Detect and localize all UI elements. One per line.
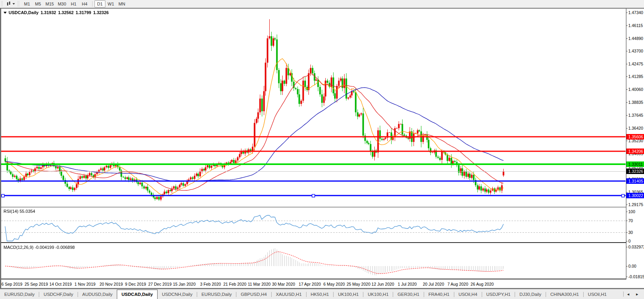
trading-platform: M1M5M15M30H1H4D1W1MN USDCAD,Daily 1.3193…	[0, 0, 644, 299]
date-label: 15 Jan 2020	[173, 282, 196, 286]
timeframe-button-d1[interactable]: D1	[94, 0, 105, 7]
date-label: 6 Sep 2019	[1, 282, 22, 286]
price-badge: 1.35606	[626, 134, 644, 140]
date-label: 1 Jul 2020	[398, 282, 417, 286]
chart-tab-hk50-h1[interactable]: HK50,H1	[307, 290, 334, 299]
price-tick-label: 1.40060	[626, 87, 644, 92]
date-label: 9 Dec 2019	[125, 282, 146, 286]
price-tick-label: 1.47340	[626, 10, 644, 15]
price-axis[interactable]: 1.473401.461151.448901.437001.424751.412…	[626, 9, 644, 279]
chart-tab-usoil-h1[interactable]: USOil,H1	[584, 290, 611, 299]
price-tick-label: 1.41285	[626, 74, 644, 79]
macd-canvas[interactable]	[1, 244, 626, 279]
price-badge: 1.33011	[626, 161, 644, 167]
date-label: 11 Mar 2020	[248, 282, 270, 286]
date-label: 26 Aug 2020	[471, 282, 494, 286]
toolbar-grip[interactable]	[1, 1, 4, 7]
scroll-left-icon[interactable]: ◄	[624, 290, 633, 299]
rsi-canvas[interactable]	[1, 208, 626, 243]
toolbar-grip-2[interactable]	[17, 1, 20, 7]
chart-tab-ger30-h1[interactable]: GER30,H1	[393, 290, 424, 299]
timeframe-button-h1[interactable]: H1	[68, 0, 79, 7]
timeframe-button-mn[interactable]: MN	[116, 0, 127, 7]
chart-tab-fra40-h1[interactable]: FRA40,H1	[424, 290, 454, 299]
quote-close: 1.32326	[93, 10, 109, 15]
price-tick-label: 1.29175	[626, 202, 644, 207]
chart-tab-dj30-daily[interactable]: DJ30,Daily	[515, 290, 546, 299]
chart-tab-usdchf-daily[interactable]: USDCHF,Daily	[39, 290, 77, 299]
timeframe-button-w1[interactable]: W1	[105, 0, 116, 7]
date-label: 12 Jun 2020	[372, 282, 394, 286]
price-panel	[1, 9, 626, 207]
date-label: 3 Feb 2020	[200, 282, 221, 286]
time-axis[interactable]: 6 Sep 201925 Sep 201914 Oct 20191 Nov 20…	[1, 280, 626, 288]
date-label: 14 Oct 2019	[49, 282, 72, 286]
main-chart-canvas[interactable]	[1, 9, 626, 207]
timeframe-button-m1[interactable]: M1	[22, 0, 33, 7]
chart-tab-xauusd-h1[interactable]: XAUUSD,H1	[272, 290, 306, 299]
rsi-label: RSI(14) 55.0354	[4, 209, 35, 214]
rsi-tick-label: 70	[626, 218, 644, 223]
scroll-right-icon[interactable]: ►	[633, 290, 642, 299]
chart-tab-usoil-h4[interactable]: USOil,H4	[454, 290, 482, 299]
rsi-panel: RSI(14) 55.0354	[1, 208, 626, 243]
price-badge: 1.31405	[626, 178, 644, 184]
chart-tab-usdcnh-daily[interactable]: USDCNH,Daily	[158, 290, 197, 299]
candlestick-chart-icon	[7, 2, 11, 6]
macd-panel: MACD(12,26,9) -0.004199 -0.006898	[1, 244, 626, 279]
chart-tab-uk100-h1[interactable]: UK100,H1	[334, 290, 363, 299]
date-label: 6 May 2020	[323, 282, 345, 286]
date-label: 30 Mar 2020	[272, 282, 295, 286]
price-badge: 1.32326	[626, 169, 644, 174]
timeframe-toolbar: M1M5M15M30H1H4D1W1MN	[0, 0, 644, 8]
price-tick-label: 1.46115	[626, 23, 644, 28]
date-label: 27 Dec 2019	[148, 282, 172, 286]
quote-high: 1.32562	[58, 10, 74, 15]
date-label: 17 Apr 2020	[299, 282, 321, 286]
chart-tab-usdjpy-h1[interactable]: USDJPY,H1	[482, 290, 515, 299]
chart-title: USDCAD,Daily 1.31932 1.32562 1.31799 1.3…	[4, 10, 109, 15]
date-label: 21 Feb 2020	[223, 282, 247, 286]
rsi-tick-label: 30	[626, 230, 644, 235]
chart-tab-uk100-h1[interactable]: UK100,H1	[363, 290, 393, 299]
toolbar-separator	[92, 1, 93, 7]
price-tick-label: 1.36420	[626, 126, 644, 131]
price-tick-label: 1.43700	[626, 49, 644, 54]
macd-label: MACD(12,26,9) -0.004199 -0.006898	[4, 245, 75, 250]
chart-type-button[interactable]	[5, 1, 16, 7]
date-label: 20 Jul 2020	[423, 282, 444, 286]
chart-tab-audusd-daily[interactable]: AUDUSD,Daily	[78, 290, 117, 299]
date-label: 20 Nov 2019	[100, 282, 123, 286]
quote-open: 1.31932	[40, 10, 56, 15]
date-label: 25 May 2020	[346, 282, 370, 286]
date-label: 25 Sep 2019	[25, 282, 48, 286]
rsi-tick-label: 100	[626, 209, 644, 214]
title-dropdown-icon[interactable]	[4, 12, 7, 14]
date-label: 1 Nov 2019	[74, 282, 96, 286]
chart-tab-gbpusd-h4[interactable]: GBPUSD,H4	[236, 290, 271, 299]
timeframe-button-m15[interactable]: M15	[44, 0, 56, 7]
price-tick-label: 1.42475	[626, 62, 644, 67]
chart-tab-usdcad-daily[interactable]: USDCAD,Daily	[117, 290, 158, 299]
symbol-period-label: USDCAD,Daily	[9, 10, 38, 15]
macd-tick-label: 0.032972	[626, 245, 644, 250]
price-tick-label: 1.38835	[626, 100, 644, 105]
chart-tab-eurusd-daily[interactable]: EURUSD,Daily	[197, 290, 236, 299]
quote-low: 1.31799	[76, 10, 91, 15]
price-tick-label: 1.37645	[626, 113, 644, 118]
chart-tab-bar: EURUSD,DailyUSDCHF,DailyAUDUSD,DailyUSDC…	[0, 289, 644, 299]
price-badge: 1.30022	[626, 193, 644, 198]
macd-tick-label: 0.00	[626, 264, 644, 269]
timeframe-button-h4[interactable]: H4	[79, 0, 90, 7]
chart-window: USDCAD,Daily 1.31932 1.32562 1.31799 1.3…	[0, 8, 644, 289]
timeframe-button-m30[interactable]: M30	[56, 0, 68, 7]
timeframe-button-m5[interactable]: M5	[33, 0, 44, 7]
rsi-tick-label: 0	[626, 239, 644, 244]
chart-tab-china300-h1[interactable]: CHINA300,H1	[546, 290, 583, 299]
price-tick-label: 1.44890	[626, 36, 644, 41]
price-badge: 1.34206	[626, 149, 644, 154]
macd-tick-label: -0.018154	[626, 274, 644, 279]
date-label: 7 Aug 2020	[447, 282, 468, 286]
chart-tab-eurusd-daily[interactable]: EURUSD,Daily	[0, 290, 39, 299]
chevron-down-icon	[13, 3, 15, 5]
